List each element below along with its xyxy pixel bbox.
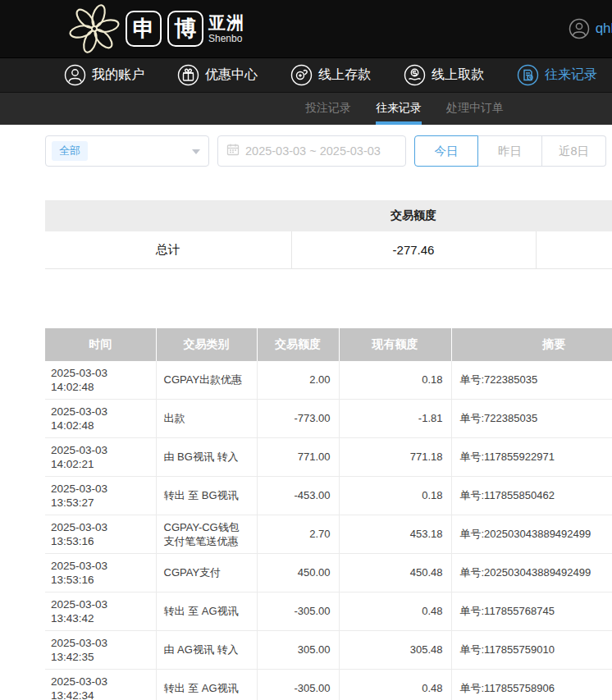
nav-item-my-account[interactable]: 我的账户 [64,64,144,86]
cell-type: 转出 至 AG视讯 [156,592,257,630]
cell-memo: 单号:117855850462 [451,476,612,515]
cell-amount: 305.00 [257,630,339,669]
user-avatar-icon [569,18,590,39]
table-row: 2025-03-03 13:53:16CGPAY支付450.00450.48单号… [45,553,612,592]
cell-amount: -305.00 [257,592,339,630]
deposit-icon [290,64,313,86]
cell-time: 2025-03-03 13:53:16 [45,553,156,592]
table-row: 2025-03-03 14:02:21由 BG视讯 转入771.00771.18… [45,437,612,476]
calendar-icon [226,143,240,159]
transactions-table: 时间 交易类别 交易额度 现有额度 摘要 2025-03-03 14:02:48… [45,328,612,700]
cell-time: 2025-03-03 13:43:42 [45,592,156,630]
column-header-amount: 交易额度 [257,328,339,361]
user-icon [64,64,86,86]
cell-balance: 0.18 [339,476,451,515]
username-text[interactable]: qhh [596,21,612,37]
summary-total-extra [536,231,612,268]
table-row: 2025-03-03 14:02:48出款-773.00-1.81单号:7223… [45,399,612,437]
tab-transaction-records[interactable]: 往来记录 [376,93,422,125]
cell-type: 由 AG视讯 转入 [156,630,257,669]
nav-item-withdraw[interactable]: 线上取款 [404,64,484,86]
nav-label: 线上存款 [318,66,371,84]
date-range-input[interactable]: 2025-03-03 ~ 2025-03-03 [217,135,406,167]
summary-header-empty2 [536,200,612,231]
cell-time: 2025-03-03 14:02:48 [45,361,156,400]
cell-type: 转出 至 AG视讯 [156,669,257,700]
nav-item-promotions[interactable]: 优惠中心 [177,64,258,86]
type-filter-selected-chip[interactable]: 全部 [52,141,88,161]
top-header: 申 博 亚洲 Shenbo qhh [0,0,612,57]
cell-balance: 450.48 [339,553,451,592]
cell-memo: 单号:117855759010 [451,630,612,669]
cell-balance: 305.48 [339,630,451,669]
cell-time: 2025-03-03 13:42:35 [45,630,156,669]
logo-subtitle: Shenbo [208,34,244,43]
tab-processing-orders[interactable]: 处理中订单 [446,93,504,125]
cell-memo: 单号:722385035 [451,361,612,400]
table-row: 2025-03-03 13:53:16CGPAY-CG钱包支付笔笔送优惠2.70… [45,515,612,553]
cell-type: 转出 至 BG视讯 [156,476,257,515]
summary-header-amount: 交易额度 [291,200,536,231]
cell-amount: -453.00 [257,476,339,515]
withdraw-icon [404,64,426,86]
nav-item-deposit[interactable]: 线上存款 [290,64,371,86]
cell-time: 2025-03-03 14:02:48 [45,399,156,437]
column-header-time: 时间 [45,328,156,361]
date-range-value: 2025-03-03 ~ 2025-03-03 [245,144,381,158]
cell-type: CGPAY出款优惠 [156,361,257,400]
cell-amount: 450.00 [257,553,339,592]
logo-char-bo: 博 [167,11,203,47]
nav-label: 线上取款 [432,66,484,84]
cell-amount: -773.00 [257,399,339,437]
main-nav: 我的账户 优惠中心 线上存款 [0,57,612,92]
cell-amount: 771.00 [257,437,339,476]
summary-header-row: 交易额度 [45,200,612,231]
nav-label: 往来记录 [545,66,597,84]
logo-char-shen: 申 [126,11,162,47]
cell-balance: 0.48 [339,592,451,630]
quick-date-buttons: 今日 昨日 近8日 [414,135,606,167]
cell-balance: -1.81 [339,399,451,437]
summary-total-value: -277.46 [291,231,536,268]
cell-memo: 单号:722385035 [451,399,612,437]
record-tabs: 投注记录 往来记录 处理中订单 [0,92,612,125]
summary-total-row: 总计 -277.46 [45,231,612,268]
brand-logo[interactable]: 申 博 亚洲 Shenbo [69,3,244,54]
yesterday-button[interactable]: 昨日 [478,135,542,167]
cell-time: 2025-03-03 13:53:16 [45,515,156,553]
cell-time: 2025-03-03 14:02:21 [45,437,156,476]
cell-amount: 2.00 [257,361,339,400]
cell-memo: 单号:117855922971 [451,437,612,476]
nav-item-transaction-records[interactable]: 往来记录 [517,64,597,86]
last-8-days-button[interactable]: 近8日 [542,135,606,167]
column-header-balance: 现有额度 [339,328,451,361]
logo-region-text: 亚洲 [208,14,244,31]
tab-betting-records[interactable]: 投注记录 [305,93,351,125]
cell-memo: 单号:117855758906 [451,669,612,700]
cell-time: 2025-03-03 13:53:27 [45,476,156,515]
cell-type: CGPAY支付 [156,553,257,592]
cell-type: 由 BG视讯 转入 [156,437,257,476]
cell-memo: 单号:117855768745 [451,592,612,630]
summary-total-label: 总计 [45,231,291,268]
filter-bar: 全部 2025-03-03 ~ 2025-03-03 今日 昨日 近8日 [45,135,612,167]
gift-icon [177,64,199,86]
nav-label: 我的账户 [92,66,144,84]
nav-label: 优惠中心 [205,66,258,84]
type-filter-select[interactable]: 全部 [45,135,209,167]
summary-header-empty [45,200,291,231]
user-account-area[interactable]: qhh [569,0,612,57]
table-row: 2025-03-03 13:43:42转出 至 AG视讯-305.000.48单… [45,592,612,630]
cell-amount: 2.70 [257,515,339,553]
table-row: 2025-03-03 13:53:27转出 至 BG视讯-453.000.18单… [45,476,612,515]
flower-logo-icon [69,3,120,54]
cell-type: 出款 [156,399,257,437]
column-header-type: 交易类别 [156,328,257,361]
table-row: 2025-03-03 14:02:48CGPAY出款优惠2.000.18单号:7… [45,361,612,400]
cell-time: 2025-03-03 13:42:34 [45,669,156,700]
today-button[interactable]: 今日 [414,135,478,167]
table-header-row: 时间 交易类别 交易额度 现有额度 摘要 [45,328,612,361]
cell-balance: 0.18 [339,361,451,400]
cell-balance: 771.18 [339,437,451,476]
records-icon [517,64,539,86]
